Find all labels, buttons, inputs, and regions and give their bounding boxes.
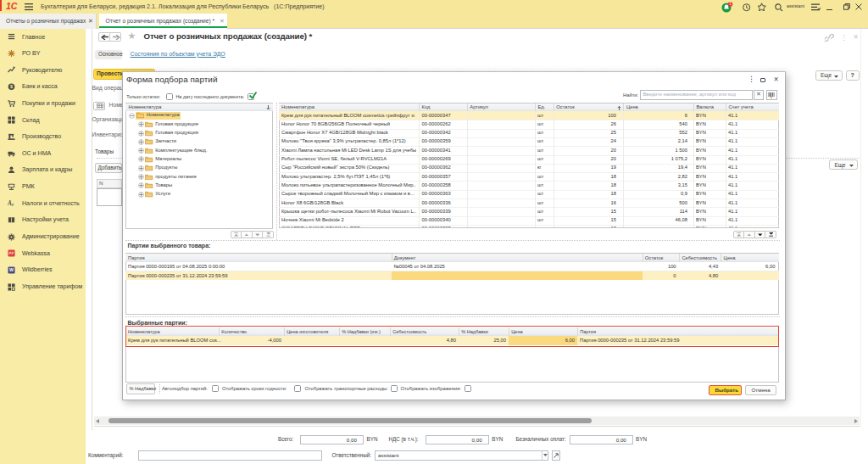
svg-text:W: W (9, 267, 14, 272)
svg-text:z: z (12, 202, 14, 207)
svg-text:$: $ (10, 84, 13, 89)
